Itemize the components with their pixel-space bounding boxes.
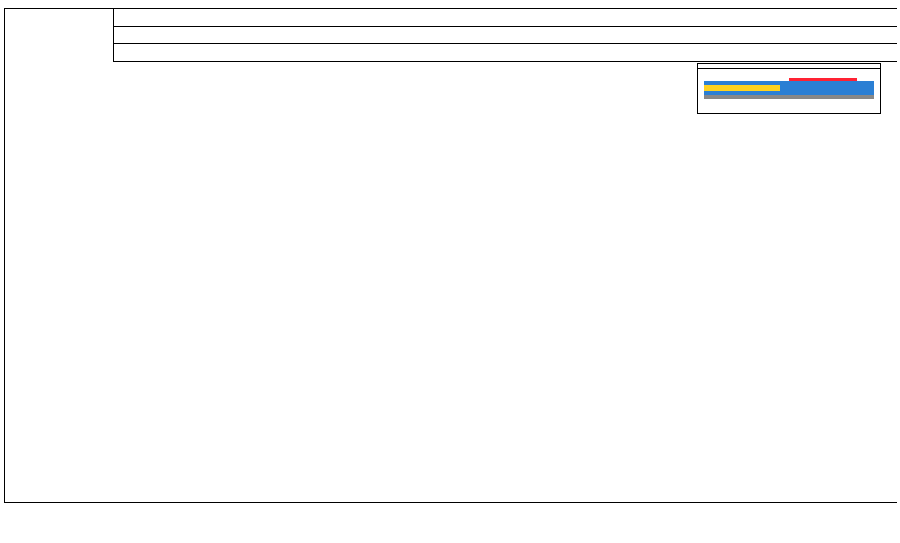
timeline-header [113,9,897,61]
gantt-chart [4,8,897,503]
phase-header [5,9,114,61]
legend [697,63,881,114]
